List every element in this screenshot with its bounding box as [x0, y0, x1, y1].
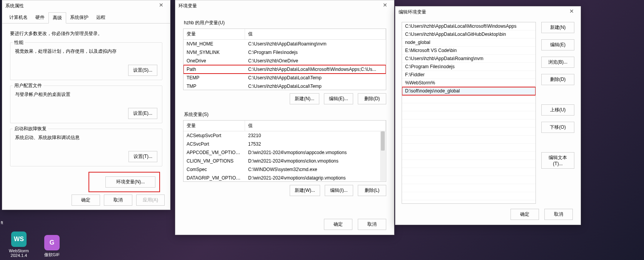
list-item-empty[interactable]	[402, 119, 536, 127]
ok-button[interactable]: 确定	[511, 209, 539, 220]
list-item-empty[interactable]	[402, 127, 536, 136]
scrollbar[interactable]	[380, 131, 385, 181]
var-value: C:\WINDOWS\system32\cmd.exe	[245, 166, 386, 173]
dialog-footer: 确定 取消	[511, 209, 573, 220]
tab-advanced[interactable]: 高级	[48, 12, 66, 23]
tab-system-protection[interactable]: 系统保护	[66, 12, 92, 23]
gif-shortcut[interactable]: G 傲软GIF	[40, 235, 64, 258]
list-item-empty[interactable]	[402, 184, 536, 192]
table-row[interactable]: DATAGRIP_VM_OPTIONSD:\win2021-2024\vmopt…	[184, 174, 386, 182]
list-item[interactable]: C:\Users\hzhb\AppData\Local\Microsoft\Wi…	[402, 22, 536, 30]
var-value: C:\Users\hzhb\OneDrive	[245, 57, 386, 64]
edit-user-var-button[interactable]: 编辑(E)...	[324, 93, 353, 104]
sys-vars-label: 系统变量(S)	[184, 111, 386, 118]
performance-settings-button[interactable]: 设置(S)...	[128, 65, 157, 76]
sys-buttons: 新建(W)... 编辑(I)... 删除(L)	[183, 185, 386, 196]
edit-sys-var-button[interactable]: 编辑(I)...	[325, 185, 353, 196]
scroll-thumb[interactable]	[381, 131, 385, 151]
webstorm-shortcut[interactable]: WS WebStorm 2024.1.4	[7, 231, 31, 258]
col-variable[interactable]: 变量	[184, 121, 245, 131]
tab-computer-name[interactable]: 计算机名	[5, 12, 32, 23]
move-up-button[interactable]: 上移(U)	[541, 104, 574, 116]
tab-remote[interactable]: 远程	[92, 12, 109, 23]
list-item[interactable]: %WebStorm%	[402, 79, 536, 87]
startup-settings-button[interactable]: 设置(T)...	[128, 151, 157, 162]
table-header: 变量 值	[184, 29, 386, 40]
cancel-button[interactable]: 取消	[544, 209, 573, 220]
close-icon[interactable]: ✕	[379, 2, 391, 10]
list-item[interactable]: E:\Microsoft VS Code\bin	[402, 47, 536, 55]
list-item[interactable]: node_global	[402, 39, 536, 47]
var-value: C:\Users\hzhb\AppData\Local\Microsoft\Wi…	[245, 66, 386, 73]
table-row[interactable]: CLION_VM_OPTIONSD:\win2021-2024\vmoption…	[184, 157, 386, 165]
list-item[interactable]: C:\Users\hzhb\AppData\Local\GitHubDeskto…	[402, 30, 536, 39]
list-item-empty[interactable]	[402, 160, 536, 168]
list-item-empty[interactable]	[402, 111, 536, 119]
table-row[interactable]: NVM_SYMLINKC:\Program Files\nodejs	[184, 48, 386, 57]
col-variable[interactable]: 变量	[184, 29, 245, 39]
new-user-var-button[interactable]: 新建(N)...	[290, 93, 319, 104]
list-item-empty[interactable]	[402, 176, 536, 184]
var-value: C:\Users\hzhb\AppData\Local\Temp	[245, 74, 386, 81]
user-vars-table[interactable]: 变量 值 NVM_HOMEC:\Users\hzhb\AppData\Roami…	[183, 29, 386, 90]
col-value[interactable]: 值	[245, 29, 386, 39]
table-row[interactable]: ACSetupSvcPort23210	[184, 131, 386, 140]
delete-user-var-button[interactable]: 删除(D)	[358, 93, 386, 104]
admin-note: 要进行大多数更改，你必须作为管理员登录。	[10, 30, 162, 37]
col-value[interactable]: 值	[245, 121, 386, 131]
desktop-icons: WS WebStorm 2024.1.4 G 傲软GIF	[0, 226, 71, 260]
performance-group: 性能 视觉效果，处理器计划，内存使用，以及虚拟内存 设置(S)...	[10, 42, 162, 80]
table-row[interactable]: OneDriveC:\Users\hzhb\OneDrive	[184, 57, 386, 65]
list-item-empty[interactable]	[402, 95, 536, 103]
delete-sys-var-button[interactable]: 删除(L)	[358, 185, 386, 196]
browse-button[interactable]: 浏览(B)...	[541, 57, 574, 68]
list-item-empty[interactable]	[402, 103, 536, 111]
move-down-button[interactable]: 下移(O)	[541, 122, 574, 133]
side-buttons: 新建(N) 编辑(E) 浏览(B)... 删除(D) 上移(U) 下移(O) 编…	[541, 22, 574, 204]
list-item-empty[interactable]	[402, 144, 536, 152]
edit-text-button[interactable]: 编辑文本(T)...	[541, 152, 574, 169]
environment-variables-button[interactable]: 环境变量(N)...	[105, 176, 155, 188]
list-item[interactable]: F:\Fiddler	[402, 71, 536, 79]
group-title: 用户配置文件	[13, 82, 43, 89]
cancel-button[interactable]: 取消	[358, 219, 386, 230]
table-row[interactable]: ACSvcPort17532	[184, 140, 386, 148]
list-item[interactable]: C:\Users\hzhb\AppData\Roaming\nvm	[402, 55, 536, 63]
apply-button[interactable]: 应用(A)	[136, 195, 165, 206]
var-name: DATAGRIP_VM_OPTIONS	[184, 174, 245, 181]
delete-button[interactable]: 删除(D)	[541, 74, 574, 85]
profile-settings-button[interactable]: 设置(E)...	[128, 108, 157, 119]
table-row[interactable]: NVM_HOMEC:\Users\hzhb\AppData\Roaming\nv…	[184, 40, 386, 48]
dialog-title: 编辑环境变量	[399, 9, 426, 15]
list-item-empty[interactable]	[402, 168, 536, 176]
cancel-button[interactable]: 取消	[104, 195, 132, 206]
table-row[interactable]: TEMPC:\Users\hzhb\AppData\Local\Temp	[184, 74, 386, 82]
webstorm-label: WebStorm 2024.1.4	[7, 248, 31, 258]
gif-icon: G	[44, 235, 60, 250]
performance-desc: 视觉效果，处理器计划，内存使用，以及虚拟内存	[15, 48, 157, 55]
table-row[interactable]: PathC:\Users\hzhb\AppData\Local\Microsof…	[184, 65, 386, 74]
ok-button[interactable]: 确定	[72, 195, 100, 206]
var-name: ACSvcPort	[184, 141, 245, 148]
close-icon[interactable]: ✕	[566, 8, 577, 16]
list-item-empty[interactable]	[402, 136, 536, 144]
tab-hardware[interactable]: 硬件	[32, 12, 48, 23]
list-item[interactable]: C:\Program Files\nodejs	[402, 63, 536, 71]
list-item-empty[interactable]	[402, 192, 536, 200]
edit-button[interactable]: 编辑(E)	[541, 39, 574, 50]
list-item[interactable]: D:\soft\nodejs\node_global	[402, 87, 536, 95]
list-item-empty[interactable]	[402, 200, 536, 204]
table-row[interactable]: APPCODE_VM_OPTIONSD:\win2021-2024\vmopti…	[184, 148, 386, 157]
list-item-empty[interactable]	[402, 152, 536, 160]
table-row[interactable]: ComSpecC:\WINDOWS\system32\cmd.exe	[184, 165, 386, 174]
var-value: 17532	[245, 141, 386, 148]
path-entries-list[interactable]: C:\Users\hzhb\AppData\Local\Microsoft\Wi…	[402, 22, 536, 204]
table-row[interactable]: TMPC:\Users\hzhb\AppData\Local\Temp	[184, 82, 386, 90]
sys-vars-table[interactable]: 变量 值 ACSetupSvcPort23210ACSvcPort17532AP…	[183, 120, 386, 182]
new-button[interactable]: 新建(N)	[541, 22, 574, 33]
ok-button[interactable]: 确定	[324, 219, 352, 230]
close-icon[interactable]: ✕	[155, 2, 167, 10]
table-body: NVM_HOMEC:\Users\hzhb\AppData\Roaming\nv…	[184, 40, 386, 90]
new-sys-var-button[interactable]: 新建(W)...	[290, 185, 320, 196]
var-name: TEMP	[184, 74, 245, 81]
